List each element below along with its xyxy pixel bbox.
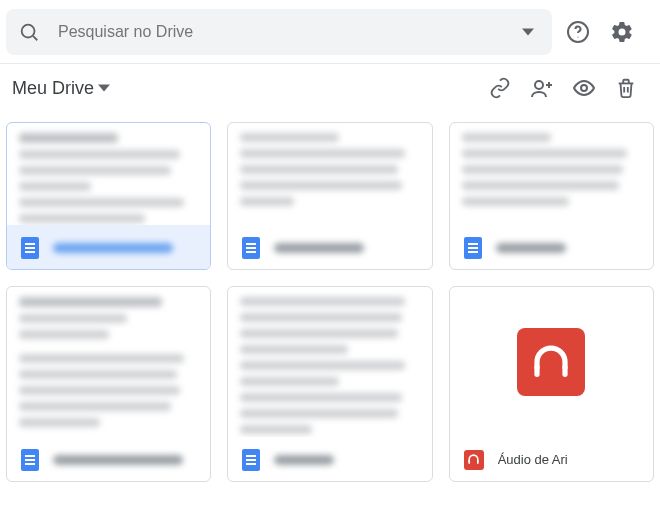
get-link-button[interactable]	[480, 68, 520, 108]
search-icon	[18, 21, 40, 43]
file-footer	[228, 437, 431, 481]
file-title	[274, 243, 364, 253]
settings-icon[interactable]	[600, 10, 644, 54]
file-preview	[228, 287, 431, 437]
help-icon[interactable]	[556, 10, 600, 54]
svg-point-7	[581, 85, 587, 91]
file-card[interactable]	[449, 122, 654, 270]
file-card[interactable]: Áudio de Ari	[449, 286, 654, 482]
file-card[interactable]	[227, 122, 432, 270]
file-card[interactable]	[227, 286, 432, 482]
file-footer	[228, 225, 431, 269]
toolbar: Meu Drive	[0, 64, 660, 112]
file-card[interactable]	[6, 286, 211, 482]
svg-point-3	[577, 36, 578, 37]
audio-icon	[517, 328, 585, 396]
svg-line-1	[33, 36, 37, 40]
file-footer	[7, 437, 210, 481]
svg-point-4	[535, 81, 543, 89]
google-doc-icon	[21, 449, 39, 471]
file-preview	[450, 123, 653, 225]
file-preview	[450, 287, 653, 437]
chevron-down-icon	[98, 82, 110, 94]
file-footer	[450, 225, 653, 269]
top-bar	[0, 0, 660, 64]
file-title	[53, 243, 173, 253]
file-title: Áudio de Ari	[498, 452, 568, 467]
delete-button[interactable]	[606, 68, 646, 108]
file-title	[274, 455, 334, 465]
file-title	[53, 455, 183, 465]
search-options-icon[interactable]	[516, 20, 540, 44]
svg-point-0	[22, 24, 35, 37]
file-preview	[7, 287, 210, 437]
location-title: Meu Drive	[12, 78, 94, 99]
google-doc-icon	[242, 237, 260, 259]
preview-button[interactable]	[564, 68, 604, 108]
file-footer: Áudio de Ari	[450, 437, 653, 481]
audio-icon	[464, 450, 484, 470]
file-title	[496, 243, 566, 253]
file-preview	[7, 123, 210, 225]
google-doc-icon	[242, 449, 260, 471]
file-card[interactable]	[6, 122, 211, 270]
google-doc-icon	[464, 237, 482, 259]
search-box[interactable]	[6, 9, 552, 55]
google-doc-icon	[21, 237, 39, 259]
location-breadcrumb[interactable]: Meu Drive	[6, 74, 116, 103]
search-input[interactable]	[40, 23, 516, 41]
file-footer	[7, 225, 210, 269]
share-button[interactable]	[522, 68, 562, 108]
file-preview	[228, 123, 431, 225]
file-grid: Áudio de Ari	[0, 112, 660, 482]
